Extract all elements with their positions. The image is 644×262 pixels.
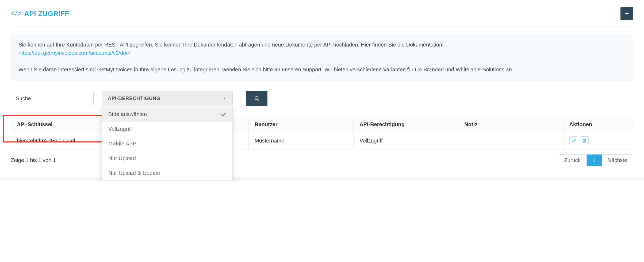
dropdown-option-mobile-app[interactable]: Mobile APP [102,136,232,151]
cell-actions [563,132,633,149]
permission-dropdown[interactable]: API-BERECHTIGUNG [102,91,233,106]
info-text-2: Wenn Sie daran interessiert sind GetMyIn… [18,67,513,72]
svg-line-3 [258,99,259,101]
pagination-next[interactable]: Nächste [602,155,633,166]
dropdown-option-label: Vollzugriff [108,126,132,132]
dropdown-label: API-BERECHTIGUNG [108,95,160,101]
dropdown-option-label: Nur Upload & Update [108,170,160,176]
trash-icon [582,138,586,143]
pagination: Zurück 1 Nächste [558,154,633,166]
table-summary: Zeige 1 bis 1 von 1 [11,157,56,163]
info-text-1: Sie können auf Ihre Kontodaten per REST … [18,42,444,48]
page-title: API ZUGRIFF [24,10,69,18]
pagination-page-1[interactable]: 1 [587,155,602,166]
search-icon [254,96,259,101]
edit-button[interactable] [569,136,578,145]
dropdown-option-label: Bitte auswählen [108,111,147,117]
th-actions: Aktionen [563,117,633,132]
footer-bar [0,177,644,181]
dropdown-option-label: Nur Upload [108,155,136,161]
plus-icon [624,11,629,16]
chevron-down-icon [223,97,227,100]
cell-note [458,132,563,149]
cell-permission: Vollzugriff [354,132,458,149]
dropdown-option-label: Mobile APP [108,141,136,147]
header-divider [11,26,633,26]
documentation-link[interactable]: https://api.getmyinvoices.com/accounts/v… [18,50,130,56]
info-panel: Sie können auf Ihre Kontodaten per REST … [11,34,633,80]
dropdown-apply-button[interactable]: ÜBERNEHMEN [102,180,232,181]
search-button[interactable] [246,91,267,106]
permission-dropdown-menu: Bitte auswählen Vollzugriff Mobile APP N… [102,107,233,181]
th-permission: API-Berechtigung [354,117,458,132]
cell-user: Mustername [248,132,353,149]
dropdown-option-upload-only[interactable]: Nur Upload [102,151,232,166]
dropdown-option-upload-update[interactable]: Nur Upload & Update [102,166,232,180]
dropdown-option-placeholder[interactable]: Bitte auswählen [102,107,232,122]
page-title-wrap: </> API ZUGRIFF [11,10,69,18]
code-icon: </> [11,10,21,17]
check-icon [221,111,227,117]
search-input[interactable] [11,91,94,106]
edit-icon [572,138,576,143]
add-button[interactable] [620,7,633,20]
th-note: Notiz [458,117,563,132]
dropdown-option-full-access[interactable]: Vollzugriff [102,122,232,136]
pagination-prev[interactable]: Zurück [558,155,586,166]
th-user: Benutzer [248,117,353,132]
delete-button[interactable] [580,136,589,145]
